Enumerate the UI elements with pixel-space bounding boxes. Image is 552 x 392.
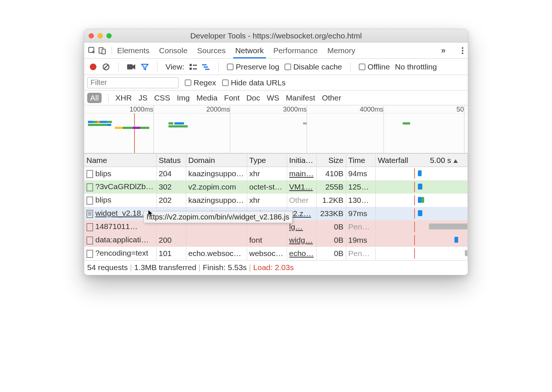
tab-console[interactable]: Console [159,43,188,58]
request-name: blips [95,169,111,178]
zoom-window-button[interactable] [106,33,112,38]
svg-point-5 [462,52,463,54]
divider [112,46,112,55]
type-filter-font[interactable]: Font [224,93,240,102]
tab-memory[interactable]: Memory [327,43,355,58]
cell-initiator[interactable]: widg… [289,236,313,244]
col-waterfall[interactable]: Waterfall 5.00 s [375,154,468,167]
table-header-row: Name Status Domain Type Initia… Size Tim… [84,154,468,167]
disable-cache-checkbox[interactable]: Disable cache [284,62,342,71]
col-initiator[interactable]: Initia… [287,154,316,167]
timeline-overview[interactable]: 1000ms2000ms3000ms4000ms50 [84,105,468,153]
view-waterfall-icon[interactable] [202,64,210,70]
network-toolbar: View: Preserve log Disable cache Offline… [84,59,468,75]
checkbox-icon [227,64,234,70]
view-large-icon[interactable] [190,64,197,70]
tab-network[interactable]: Network [235,43,264,58]
cell-initiator[interactable]: main… [289,169,314,178]
type-filter-img[interactable]: Img [177,93,190,102]
filter-input[interactable] [87,77,179,88]
col-name[interactable]: Name [84,154,156,167]
cell-initiator[interactable]: VM1… [289,183,313,191]
svg-rect-9 [127,64,133,69]
cell-domain: kaazingsuppo… [186,194,247,207]
tab-elements[interactable]: Elements [117,43,150,58]
clear-icon[interactable] [102,63,110,71]
cell-domain: v2.zopim.com [186,180,247,194]
file-icon [86,223,93,231]
cell-waterfall [375,167,468,180]
kebab-menu-icon[interactable] [461,47,464,55]
cell-type: xhr [247,167,287,180]
cell-time: 97ms [346,207,375,220]
record-icon[interactable] [89,63,97,71]
svg-rect-11 [193,65,197,66]
table-row[interactable]: ?3vCaGRDlZb…302v2.zopim.comoctet-str…VM1… [84,180,468,194]
cell-initiator[interactable]: echo… [289,249,314,258]
throttling-select[interactable]: No throttling [395,62,437,71]
regex-checkbox[interactable]: Regex [185,78,216,87]
separator: | [198,263,200,272]
col-size[interactable]: Size [316,154,346,167]
type-filter-all[interactable]: All [87,93,102,103]
file-icon [86,236,93,245]
request-name: widget_v2.18… [95,209,149,217]
filter-icon[interactable] [141,63,149,71]
file-icon [86,250,93,258]
table-row[interactable]: blips202kaazingsuppo…xhrOther1.2KB130… [84,194,468,207]
cell-status: 204 [156,167,186,180]
cell-waterfall [375,207,468,220]
cell-size: 233KB [316,207,346,220]
cell-type: octet-str… [247,180,287,194]
camera-icon[interactable] [127,64,136,70]
cell-time: 94ms [346,167,375,180]
col-domain[interactable]: Domain [186,154,247,167]
inspect-icon[interactable] [88,47,96,55]
status-finish: Finish: 5.53s [203,263,247,272]
titlebar: Developer Tools - https://websocket.org/… [84,29,468,42]
hide-data-urls-checkbox[interactable]: Hide data URLs [222,78,286,87]
waterfall-time-label: 5.00 s [430,156,451,164]
svg-rect-14 [202,64,207,65]
type-filter-js[interactable]: JS [139,93,148,102]
cell-waterfall [375,220,468,234]
cell-type: websoc… [247,247,287,260]
panel-tabs: ElementsConsoleSourcesNetworkPerformance… [117,43,439,58]
timeline-gridline [384,105,384,153]
type-filter-manifest[interactable]: Manifest [286,93,315,102]
offline-checkbox[interactable]: Offline [359,62,390,71]
cell-initiator[interactable]: lg… [289,222,303,231]
col-type[interactable]: Type [247,154,287,167]
col-status[interactable]: Status [156,154,186,167]
col-time[interactable]: Time [346,154,375,167]
type-filter-doc[interactable]: Doc [246,93,260,102]
close-window-button[interactable] [89,33,94,38]
document-icon [86,210,93,218]
device-toggle-icon[interactable] [98,47,106,55]
request-name: 14871011… [95,222,137,231]
preserve-log-checkbox[interactable]: Preserve log [227,62,279,71]
tab-sources[interactable]: Sources [197,43,226,58]
cell-size: 1.2KB [316,194,346,207]
minimize-window-button[interactable] [98,33,103,38]
more-tabs-icon[interactable]: » [441,46,446,55]
type-filter-ws[interactable]: WS [267,93,279,102]
type-filter-css[interactable]: CSS [154,93,170,102]
request-name: ?encoding=text [95,249,148,257]
table-row[interactable]: data:applicati…200fontwidg…0B19ms [84,234,468,247]
cell-size: 0B [316,220,346,234]
table-row[interactable]: blips204kaazingsuppo…xhrmain…410B94ms [84,167,468,180]
timeline-gridline [464,105,464,153]
status-bar: 54 requests | 1.3MB transferred | Finish… [84,260,468,275]
type-filter-xhr[interactable]: XHR [115,93,132,102]
checkbox-icon [222,79,229,86]
checkbox-icon [185,79,191,86]
cell-time: 125… [346,180,375,194]
type-filter-other[interactable]: Other [322,93,341,102]
requests-table: Name Status Domain Type Initia… Size Tim… [84,153,468,260]
cell-type: font [247,234,287,247]
requests-table-wrap: Name Status Domain Type Initia… Size Tim… [84,153,468,260]
type-filter-media[interactable]: Media [196,93,217,102]
tab-performance[interactable]: Performance [273,43,318,58]
table-row[interactable]: ?encoding=text101echo.websoc…websoc…echo… [84,247,468,260]
